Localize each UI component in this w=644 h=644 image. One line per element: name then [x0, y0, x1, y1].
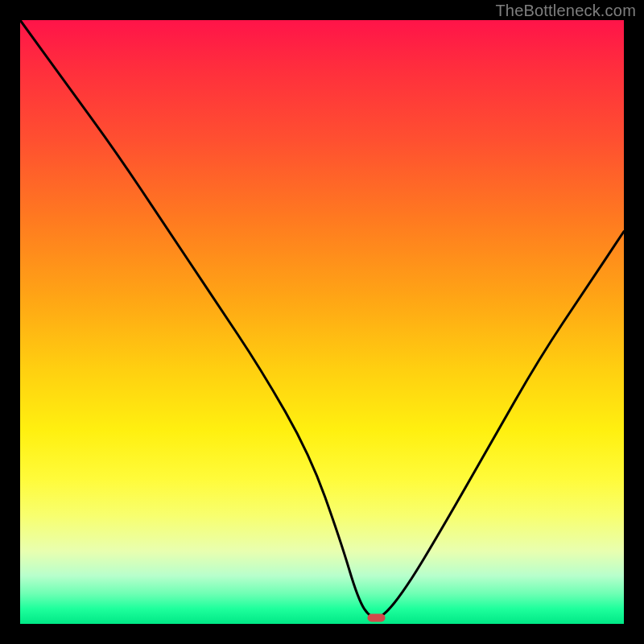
plot-area — [20, 20, 624, 624]
chart-frame: TheBottleneck.com — [0, 0, 644, 644]
watermark-text: TheBottleneck.com — [495, 2, 636, 20]
curve-svg — [20, 20, 624, 624]
bottleneck-curve — [20, 20, 624, 618]
min-marker — [368, 614, 386, 622]
